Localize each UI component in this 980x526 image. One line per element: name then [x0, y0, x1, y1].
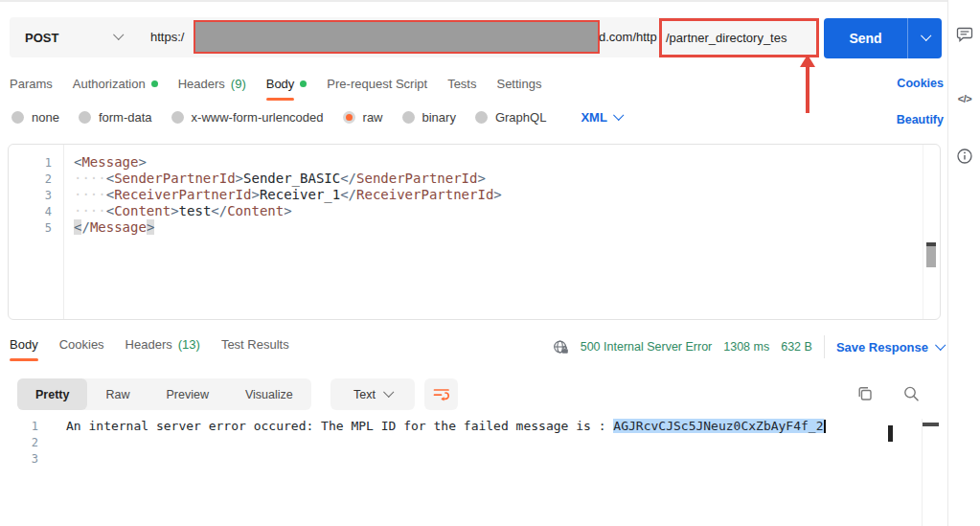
body-type-x-www-form-urlencoded[interactable]: x-www-form-urlencoded — [171, 110, 324, 125]
body-type-label: x-www-form-urlencoded — [192, 110, 324, 125]
request-body-line: 5</Message> — [9, 219, 921, 236]
request-tab-headers[interactable]: Headers(9) — [178, 77, 246, 91]
code-token: An internal server error occured: The MP… — [66, 419, 613, 433]
body-type-raw[interactable]: raw — [343, 110, 383, 125]
right-sidebar: </> — [947, 0, 980, 526]
response-body-line: 1An internal server error occured: The M… — [8, 419, 922, 436]
editor-scrollbar-thumb[interactable] — [926, 246, 936, 267]
url-prefix-text: https:/ — [150, 30, 184, 44]
selected-text: AGJRcvCJSc5JNeuz0CxZbAyF4f_2 — [613, 419, 823, 433]
response-tab-cookies[interactable]: Cookies — [59, 337, 104, 352]
format-select[interactable]: XML — [581, 110, 621, 125]
code-token: Message — [90, 219, 147, 235]
body-type-form-data[interactable]: form-data — [79, 110, 152, 125]
line-number: 1 — [9, 156, 64, 170]
response-size[interactable]: 632 B — [781, 340, 812, 354]
send-button-label[interactable]: Send — [824, 18, 907, 58]
code-snippet-button[interactable]: </> — [955, 89, 974, 108]
view-tab-pretty[interactable]: Pretty — [17, 378, 87, 410]
request-tab-label: Params — [10, 77, 53, 91]
response-tab-test-results[interactable]: Test Results — [221, 337, 289, 352]
radio-graphql[interactable] — [475, 111, 488, 124]
cookies-link[interactable]: Cookies — [897, 77, 944, 90]
code-token: </ — [340, 187, 356, 202]
response-tab-headers[interactable]: Headers(13) — [125, 337, 200, 352]
response-body-code[interactable]: 1An internal server error occured: The M… — [8, 419, 922, 469]
info-button[interactable] — [955, 147, 974, 166]
editor-scroll-gutter — [923, 145, 923, 319]
radio-form-data[interactable] — [79, 111, 91, 124]
body-type-label: GraphQL — [495, 110, 546, 125]
send-options-button[interactable] — [907, 18, 942, 58]
chevron-down-icon — [383, 387, 394, 398]
response-status[interactable]: 500 Internal Server Error — [581, 340, 713, 354]
view-tab-raw[interactable]: Raw — [87, 378, 148, 410]
code-token: > — [171, 203, 178, 218]
green-dot-icon — [151, 80, 158, 87]
request-tab-tests[interactable]: Tests — [447, 77, 476, 91]
line-number: 4 — [9, 205, 64, 218]
radio-binary[interactable] — [402, 111, 415, 124]
code-token: > — [147, 219, 154, 235]
request-tab-label: Pre-request Script — [327, 77, 427, 91]
chevron-down-icon — [935, 339, 946, 350]
code-token: ···· — [74, 187, 106, 202]
code-token: SenderPartnerId — [356, 171, 477, 186]
request-tab-authorization[interactable]: Authorization — [73, 77, 158, 91]
request-tab-settings[interactable]: Settings — [496, 77, 541, 91]
wrap-lines-button[interactable] — [424, 378, 458, 410]
overview-marker — [888, 425, 893, 442]
response-tab-body[interactable]: Body — [10, 337, 38, 352]
code-token: Sender_BASIC — [243, 171, 340, 186]
code-token: ···· — [74, 171, 106, 186]
comments-button[interactable] — [955, 25, 974, 44]
save-response-button[interactable]: Save Response — [836, 340, 944, 354]
code-line-content: ····<Content>test</Content> — [64, 203, 292, 218]
annotation-box-url-path: /partner_directory_tes — [659, 18, 819, 57]
request-tab-body[interactable]: Body — [266, 77, 308, 91]
copy-response-button[interactable] — [854, 382, 877, 405]
code-token: ···· — [74, 203, 106, 218]
chevron-down-icon — [921, 31, 931, 41]
code-token: > — [477, 171, 485, 186]
radio-x-www-form-urlencoded[interactable] — [171, 111, 184, 124]
info-icon — [956, 148, 973, 165]
response-time[interactable]: 1308 ms — [723, 340, 769, 354]
request-tab-label: Body — [266, 77, 295, 91]
request-tab-pre-request-script[interactable]: Pre-request Script — [327, 77, 427, 91]
code-token: > — [236, 171, 243, 186]
code-token: Message — [81, 154, 138, 170]
response-type-select[interactable]: Text — [330, 378, 415, 410]
green-dot-icon — [300, 80, 307, 87]
body-type-graphql[interactable]: GraphQL — [475, 110, 546, 125]
request-body-line: 4····<Content>test</Content> — [9, 203, 921, 219]
line-number: 2 — [8, 436, 52, 449]
url-mid-text: d.com/http — [599, 30, 657, 44]
view-tab-visualize[interactable]: Visualize — [227, 378, 311, 410]
request-body-code[interactable]: 1<Message>2····<SenderPartnerId>Sender_B… — [9, 154, 921, 236]
response-tab-label: Cookies — [59, 337, 104, 352]
body-type-binary[interactable]: binary — [402, 110, 456, 125]
code-token: </ — [340, 171, 356, 186]
request-body-editor[interactable]: 1<Message>2····<SenderPartnerId>Sender_B… — [8, 144, 941, 320]
response-tab-label: Body — [10, 337, 38, 352]
view-tab-preview[interactable]: Preview — [148, 378, 226, 410]
wrap-text-icon — [433, 387, 450, 401]
beautify-link[interactable]: Beautify — [897, 113, 944, 126]
response-tab-label: Headers — [125, 337, 172, 352]
annotation-arrow-line — [806, 66, 809, 113]
save-response-label: Save Response — [836, 340, 928, 354]
search-response-button[interactable] — [900, 382, 923, 405]
body-type-none[interactable]: none — [11, 110, 59, 125]
code-token: </ — [211, 203, 227, 218]
radio-raw-selected[interactable] — [343, 111, 355, 124]
network-globe-lock-icon — [553, 339, 569, 355]
send-button[interactable]: Send — [824, 18, 942, 58]
code-token: < — [106, 171, 114, 186]
code-token: > — [251, 187, 259, 202]
request-tabs: ParamsAuthorizationHeaders(9)BodyPre-req… — [10, 77, 541, 91]
code-token: Content — [114, 203, 171, 218]
radio-none[interactable] — [11, 111, 24, 124]
request-tab-params[interactable]: Params — [10, 77, 53, 91]
response-scrollbar-thumb[interactable] — [923, 423, 939, 426]
